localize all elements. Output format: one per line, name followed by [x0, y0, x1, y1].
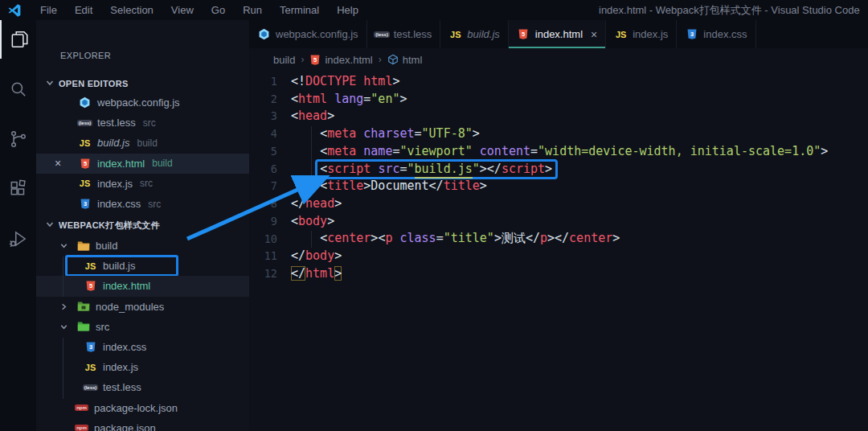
breadcrumb-item-index.html[interactable]: index.html — [325, 54, 372, 66]
line-number: 9 — [249, 215, 291, 228]
tab-label: index.js — [633, 28, 668, 40]
run-and-debug-icon[interactable] — [0, 220, 36, 258]
code-line-4[interactable]: 4 <meta charset="UTF-8"> — [249, 125, 868, 142]
file-label: build.js — [103, 260, 135, 272]
tree-item-index.html[interactable]: 5 index.html — [36, 276, 249, 296]
file-label: index.css — [97, 198, 141, 210]
chevron-down-icon — [44, 77, 55, 90]
explorer-heading: EXPLORER — [60, 51, 111, 60]
open-editor-index.js[interactable]: JS index.js src — [36, 174, 249, 194]
svg-text:3: 3 — [88, 343, 92, 351]
code-line-7[interactable]: 7 <title>Document</title> — [249, 178, 868, 195]
html-icon: 5 — [78, 157, 92, 170]
code-line-10[interactable]: 10 <center><p class="title">测试</p></cent… — [249, 230, 868, 248]
tab-index.css[interactable]: 3 index.css — [677, 20, 755, 48]
tree-item-package-lock.json[interactable]: npm package-lock.json — [36, 398, 249, 418]
file-path-suffix: src — [143, 117, 156, 129]
html-icon: 5 — [517, 28, 530, 41]
tab-index.html[interactable]: 5 index.html × — [509, 20, 606, 48]
file-label: src — [96, 321, 109, 333]
breadcrumb-separator: › — [379, 54, 382, 65]
folder-node-icon — [76, 300, 90, 313]
breadcrumb-item-html[interactable]: html — [403, 54, 423, 66]
code-area[interactable]: 1<!DOCTYPE html>2<html lang="en">3<head>… — [249, 72, 868, 431]
source-control-icon[interactable] — [0, 120, 36, 158]
open-editors-header[interactable]: OPEN EDITORS — [36, 75, 249, 92]
svg-text:5: 5 — [313, 56, 317, 64]
line-number: 1 — [249, 75, 291, 88]
file-label: build — [96, 240, 117, 252]
vscode-window: FileEditSelectionViewGoRunTerminalHelp i… — [0, 0, 868, 431]
html-icon: 5 — [84, 280, 97, 293]
indent-guide — [311, 231, 312, 248]
open-editor-index.html[interactable]: × 5 index.html build — [36, 154, 249, 174]
tree-item-index.js[interactable]: JS index.js — [36, 357, 249, 377]
close-icon[interactable]: × — [55, 157, 61, 170]
menu-edit[interactable]: Edit — [66, 0, 101, 20]
code-line-6[interactable]: 6 <script src="build.js"></script> — [249, 160, 868, 178]
tab-label: build.js — [467, 28, 499, 40]
tree-item-index.css[interactable]: 3 index.css — [36, 337, 249, 357]
file-path-suffix: build — [137, 138, 157, 149]
tree-item-src[interactable]: src — [36, 317, 249, 337]
file-path-suffix: src — [148, 199, 161, 210]
open-editor-test.less[interactable]: (less) test.less src — [36, 113, 249, 133]
breadcrumb: build › 5 index.html › html — [249, 48, 868, 71]
css-icon: 3 — [685, 28, 698, 41]
file-tree: build JS build.js 5 index.html node_modu… — [36, 236, 249, 431]
css-icon: 3 — [78, 198, 92, 211]
menu-run[interactable]: Run — [234, 0, 271, 20]
code-line-3[interactable]: 3<head> — [249, 108, 868, 125]
menu-help[interactable]: Help — [328, 0, 367, 20]
tree-item-package.json[interactable]: npm package.json — [36, 418, 249, 431]
tree-item-build.js[interactable]: JS build.js — [36, 256, 249, 276]
code-line-2[interactable]: 2<html lang="en"> — [249, 90, 868, 108]
menu-go[interactable]: Go — [203, 0, 234, 20]
open-editor-index.css[interactable]: 3 index.css src — [36, 194, 249, 214]
js-icon: JS — [84, 260, 97, 273]
line-number: 3 — [249, 109, 291, 122]
webpack-icon — [257, 28, 271, 41]
breadcrumb-item-build[interactable]: build — [273, 54, 295, 66]
tab-test.less[interactable]: (less) test.less — [367, 20, 441, 48]
svg-text:5: 5 — [522, 31, 525, 38]
tree-item-node_modules[interactable]: node_modules — [36, 297, 249, 317]
project-section-header[interactable]: WEBPACK打包样式文件 — [36, 216, 249, 234]
menu-selection[interactable]: Selection — [101, 0, 162, 20]
code-line-9[interactable]: 9<body> — [249, 212, 868, 230]
extensions-icon[interactable] — [0, 170, 36, 208]
menu-bar: FileEditSelectionViewGoRunTerminalHelp — [31, 0, 367, 20]
file-label: test.less — [97, 117, 136, 129]
js-icon: JS — [78, 177, 92, 190]
search-icon[interactable] — [0, 70, 36, 109]
tab-build.js[interactable]: JS build.js — [440, 20, 508, 48]
less-icon: (less) — [84, 381, 97, 394]
code-line-1[interactable]: 1<!DOCTYPE html> — [249, 72, 868, 90]
code-line-5[interactable]: 5 <meta name="viewport" content="width=d… — [249, 142, 868, 160]
explorer-icon[interactable] — [0, 20, 36, 59]
symbol-icon — [387, 54, 399, 65]
menu-view[interactable]: View — [162, 0, 203, 20]
chevron-down-icon — [57, 320, 71, 333]
open-editor-webpack.config.js[interactable]: webpack.config.js — [36, 92, 249, 113]
tab-webpack.config.js[interactable]: webpack.config.js — [249, 20, 367, 48]
tree-item-build[interactable]: build — [36, 236, 249, 256]
code-line-8[interactable]: 8</head> — [249, 195, 868, 212]
file-label: package-lock.json — [94, 402, 178, 414]
file-label: package.json — [94, 422, 156, 431]
tab-index.js[interactable]: JS index.js — [606, 20, 677, 48]
code-line-11[interactable]: 11</body> — [249, 248, 868, 265]
menu-terminal[interactable]: Terminal — [271, 0, 328, 20]
menu-file[interactable]: File — [31, 0, 66, 20]
annotation-box-script-line: <script src="build.js"></script> — [315, 159, 558, 179]
tab-label: index.html — [535, 28, 583, 40]
indent-guide — [311, 126, 312, 195]
code-line-12[interactable]: 12</html> — [249, 265, 868, 282]
chevron-down-icon — [44, 219, 55, 232]
file-path-suffix: src — [140, 178, 153, 189]
tab-label: test.less — [394, 28, 432, 40]
open-editor-build.js[interactable]: JS build.js build — [36, 133, 249, 153]
tree-item-test.less[interactable]: (less) test.less — [36, 377, 249, 397]
tab-close-icon[interactable]: × — [591, 28, 597, 41]
line-number: 12 — [249, 267, 291, 280]
